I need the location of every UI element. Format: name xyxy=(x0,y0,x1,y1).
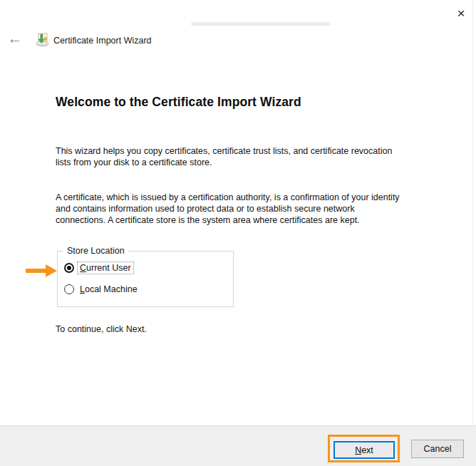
radio-local-machine-label: Local Machine xyxy=(78,284,140,295)
window-right-border xyxy=(472,0,473,466)
page-title: Welcome to the Certificate Import Wizard xyxy=(56,95,301,110)
annotation-next-highlight xyxy=(328,435,400,462)
radio-current-user[interactable]: Current User xyxy=(64,262,133,274)
back-arrow-icon[interactable]: ← xyxy=(6,30,24,48)
faded-artifact xyxy=(191,22,331,26)
close-icon[interactable]: × xyxy=(452,4,470,23)
radio-local-machine[interactable]: Local Machine xyxy=(64,284,140,295)
certificate-import-wizard-icon xyxy=(35,32,50,47)
store-location-groupbox: Store Location Current User Local Machin… xyxy=(57,251,234,307)
intro-paragraph: This wizard helps you copy certificates,… xyxy=(56,145,465,168)
radio-selected-icon[interactable] xyxy=(64,263,74,273)
radio-unselected-icon[interactable] xyxy=(64,284,74,294)
description-paragraph: A certificate, which is issued by a cert… xyxy=(56,192,465,226)
annotation-arrow-shaft xyxy=(26,269,47,273)
annotation-arrow-icon xyxy=(46,264,57,277)
window-title: Certificate Import Wizard xyxy=(53,36,152,46)
store-location-legend: Store Location xyxy=(63,246,128,256)
radio-current-user-label: Current User xyxy=(78,262,133,274)
continue-instruction: To continue, click Next. xyxy=(56,324,147,334)
cancel-button[interactable]: Cancel xyxy=(411,440,464,458)
footer-bar: Next Cancel xyxy=(0,425,476,466)
